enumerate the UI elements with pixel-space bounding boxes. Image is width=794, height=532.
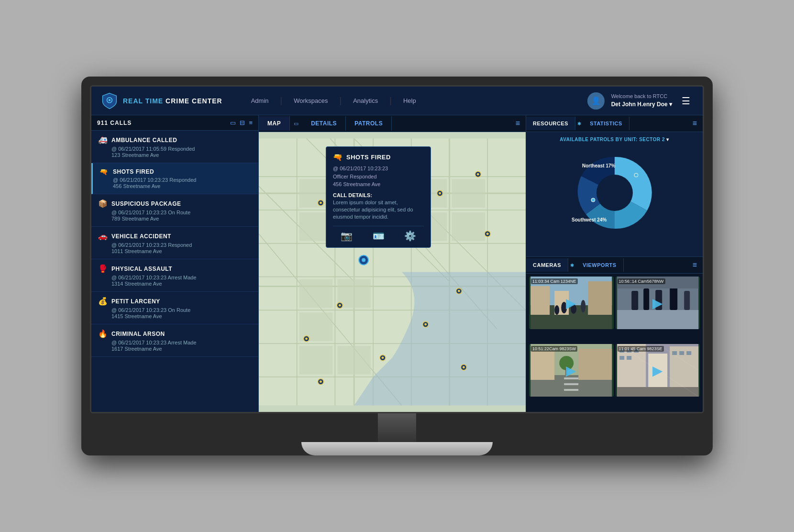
menu-dots-icon[interactable]: ≡ bbox=[249, 119, 253, 126]
user-name: Det John H.enry Doe ▾ bbox=[611, 100, 672, 109]
incident-popup: 🔫 SHOTS FIRED @ 06/21/2017 10:23:23 Offi… bbox=[326, 146, 431, 248]
svg-rect-76 bbox=[588, 281, 612, 315]
svg-rect-96 bbox=[530, 351, 554, 380]
camera-label-1234ne: 11:03:34 Cam 1234NE bbox=[531, 278, 578, 284]
svg-rect-33 bbox=[337, 279, 371, 308]
call-item-criminal-arson[interactable]: 🔥 CRIMINAL ARSON @ 06/21/2017 10:23:23 A… bbox=[91, 324, 258, 357]
play-icon-1234ne[interactable]: ▶ bbox=[566, 295, 576, 311]
tab-patrols[interactable]: PATROLS bbox=[346, 116, 392, 131]
call-title-arson: CRIMINAL ARSON bbox=[111, 331, 165, 337]
map-container[interactable]: 🔫 SHOTS FIRED @ 06/21/2017 10:23:23 Offi… bbox=[259, 132, 526, 412]
svg-point-45 bbox=[439, 192, 441, 195]
play-icon-9823sw[interactable]: ▶ bbox=[566, 362, 576, 378]
center-panel-menu-icon[interactable]: ≡ bbox=[510, 115, 526, 132]
svg-text:Northeast 17%: Northeast 17% bbox=[582, 163, 616, 168]
call-item-suspicious-package[interactable]: 📦 SUSPICIOUS PACKAGE @ 06/21/2017 10:23:… bbox=[91, 194, 258, 227]
chart-area: AVAILABLE PATROLS BY UNIT: SECTOR 2 ▾ bbox=[526, 132, 703, 256]
call-item-vehicle-accident[interactable]: 🚗 VEHICLE ACCIDENT @ 06/21/2017 10:23:23… bbox=[91, 227, 258, 259]
donut-chart: Northeast 17% Southwest 24% bbox=[531, 145, 698, 241]
call-address-ambulance: 123 Streetname Ave bbox=[111, 152, 252, 158]
call-detail-arson: @ 06/21/2017 10:23:23 Arrest Made bbox=[111, 340, 252, 345]
svg-point-53 bbox=[305, 338, 308, 340]
call-address-package: 789 Streetname Ave bbox=[111, 216, 252, 222]
svg-point-55 bbox=[458, 290, 460, 292]
svg-point-57 bbox=[424, 323, 427, 326]
camera-thumb-1234ne[interactable]: 11:03:34 Cam 1234NE ▶ bbox=[529, 277, 614, 329]
resources-section: RESOURCES ✱ STATISTICS ≡ AVAILABLE PATRO… bbox=[526, 115, 703, 257]
svg-point-63 bbox=[320, 380, 322, 383]
right-panel: RESOURCES ✱ STATISTICS ≡ AVAILABLE PATRO… bbox=[526, 115, 703, 412]
svg-rect-32 bbox=[299, 279, 333, 308]
menu-icon[interactable]: ☰ bbox=[679, 92, 693, 110]
tab-statistics[interactable]: STATISTICS bbox=[583, 117, 629, 130]
tab-map[interactable]: MAP bbox=[259, 116, 290, 131]
tab-resources[interactable]: RESOURCES bbox=[526, 117, 575, 130]
camera-thumb-9823se[interactable]: 11:01:45 Cam 9823SE ▶ bbox=[616, 344, 700, 397]
camera-label-5678nw: 10:56::14 Cam5678NW bbox=[618, 278, 665, 284]
resources-badge: ✱ bbox=[575, 117, 583, 130]
calls-panel: 911 CALLS ▭ ⊟ ≡ 🚑 AMBULANCE CALLED bbox=[91, 115, 259, 412]
call-item-physical-assault[interactable]: 🥊 PHYSICAL ASSAULT @ 06/21/2017 10:23:23… bbox=[91, 259, 258, 292]
svg-rect-88 bbox=[684, 291, 690, 310]
svg-point-51 bbox=[339, 304, 341, 307]
call-item-ambulance[interactable]: 🚑 AMBULANCE CALLED @ 06/21/2017 11:05:59… bbox=[91, 131, 258, 163]
header-right: 👤 Welcome back to RTCC Det John H.enry D… bbox=[587, 92, 693, 110]
tab-cameras[interactable]: CAMERAS bbox=[526, 258, 568, 272]
svg-rect-37 bbox=[452, 212, 485, 241]
map-minimize-icon[interactable]: ▭ bbox=[290, 121, 302, 127]
main-header: REAL TIME CRIME CENTER Admin | Workspace… bbox=[91, 87, 703, 115]
play-icon-5678nw[interactable]: ▶ bbox=[652, 295, 663, 311]
svg-rect-97 bbox=[578, 349, 612, 380]
welcome-text: Welcome back to RTCC bbox=[611, 93, 672, 100]
play-icon-9823se[interactable]: ▶ bbox=[652, 362, 663, 378]
call-title-larceny: PETIT LARCENY bbox=[111, 298, 160, 305]
camera-thumb-5678nw[interactable]: 10:56::14 Cam5678NW ▶ bbox=[616, 277, 700, 329]
svg-point-80 bbox=[554, 305, 559, 315]
call-title-ambulance: AMBULANCE CALLED bbox=[111, 137, 177, 144]
camera-thumb-9823sw[interactable]: 10:51:22Cam 9823SW ▶ bbox=[529, 344, 614, 397]
svg-rect-87 bbox=[670, 287, 677, 310]
cameras-section: CAMERAS ✱ VIEWPORTS ≡ bbox=[526, 257, 703, 412]
call-address-vehicle: 1011 Streetname Ave bbox=[111, 248, 252, 254]
call-detail-assault: @ 06/21/2017 10:23:23 Arrest Made bbox=[111, 275, 252, 280]
call-detail-package: @ 06/21/2017 10:23:23 On Route bbox=[111, 210, 252, 215]
id-action-btn[interactable]: 🪪 bbox=[365, 230, 392, 242]
user-info: Welcome back to RTCC Det John H.enry Doe… bbox=[611, 93, 672, 108]
svg-rect-108 bbox=[619, 356, 624, 360]
call-title-package: SUSPICIOUS PACKAGE bbox=[111, 200, 181, 207]
popup-title: SHOTS FIRED bbox=[346, 154, 391, 161]
tab-details[interactable]: DETAILS bbox=[302, 116, 346, 131]
monitor-stand-neck bbox=[378, 413, 416, 442]
svg-text:Southwest 24%: Southwest 24% bbox=[572, 217, 607, 222]
nav-admin[interactable]: Admin bbox=[242, 87, 278, 115]
resources-menu-icon[interactable]: ≡ bbox=[687, 115, 703, 132]
nav-analytics[interactable]: Analytics bbox=[343, 87, 387, 115]
svg-rect-35 bbox=[299, 346, 333, 375]
camera-action-btn[interactable]: 📷 bbox=[333, 230, 360, 242]
filter-icon[interactable]: ⊟ bbox=[240, 119, 245, 126]
vehicle-accident-icon: 🚗 bbox=[98, 232, 108, 241]
call-detail-ambulance: @ 06/21/2017 11:05:59 Responded bbox=[111, 146, 252, 152]
svg-point-49 bbox=[477, 173, 479, 176]
settings-action-btn[interactable]: ⚙️ bbox=[397, 230, 424, 242]
calls-list: 🚑 AMBULANCE CALLED @ 06/21/2017 11:05:59… bbox=[91, 131, 258, 412]
cameras-badge: ✱ bbox=[568, 259, 576, 272]
suspicious-package-icon: 📦 bbox=[98, 199, 108, 208]
cameras-tabs: CAMERAS ✱ VIEWPORTS ≡ bbox=[526, 257, 703, 274]
nav-help[interactable]: Help bbox=[394, 87, 426, 115]
cameras-menu-icon[interactable]: ≡ bbox=[687, 257, 703, 273]
ambulance-icon: 🚑 bbox=[98, 135, 108, 144]
svg-rect-113 bbox=[617, 387, 698, 397]
monitor-stand-base bbox=[301, 442, 493, 455]
nav-workspaces[interactable]: Workspaces bbox=[284, 87, 337, 115]
camera-label-9823se: 11:01:45 Cam 9823SE bbox=[618, 346, 664, 352]
svg-rect-85 bbox=[643, 288, 649, 310]
calls-panel-title: 911 CALLS bbox=[97, 120, 132, 126]
tab-viewports[interactable]: VIEWPORTS bbox=[576, 258, 624, 272]
call-address-shots: 456 Streetname Ave bbox=[113, 183, 252, 189]
call-item-shots-fired[interactable]: 🔫 SHOTS FIRED @ 06/21/2017 10:23:23 Resp… bbox=[91, 163, 258, 194]
popup-section-label: CALL DETAILS: bbox=[333, 192, 424, 198]
call-item-petit-larceny[interactable]: 💰 PETIT LARCENY @ 06/21/2017 10:23:23 On… bbox=[91, 292, 258, 324]
minimize-icon[interactable]: ▭ bbox=[230, 119, 236, 126]
svg-rect-111 bbox=[679, 351, 684, 355]
